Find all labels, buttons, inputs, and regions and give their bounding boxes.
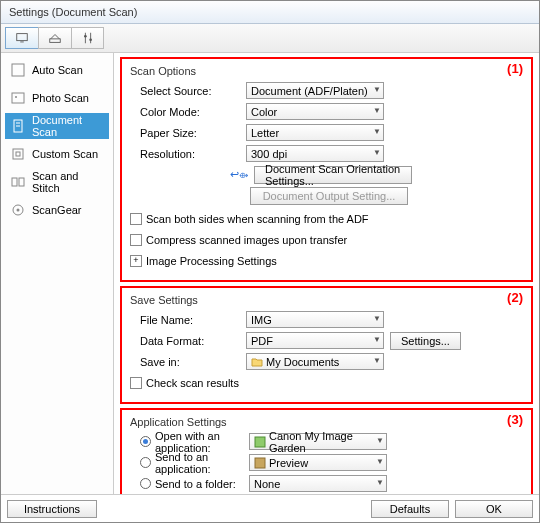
chevron-down-icon: ▼ <box>373 314 381 323</box>
scan-both-sides-label: Scan both sides when scanning from the A… <box>146 213 369 225</box>
svg-rect-16 <box>19 178 24 186</box>
chevron-down-icon: ▼ <box>373 127 381 136</box>
svg-rect-1 <box>20 42 24 43</box>
select-source-label: Select Source: <box>130 85 246 97</box>
sidebar-item-scan-and-stitch[interactable]: Scan and Stitch <box>5 169 109 195</box>
scan-stitch-icon <box>10 174 26 190</box>
sidebar-item-custom-scan[interactable]: Custom Scan <box>5 141 109 167</box>
chevron-down-icon: ▼ <box>376 436 384 445</box>
scanner-flatbed-icon <box>48 31 62 45</box>
output-setting-label: Document Output Setting... <box>263 190 396 202</box>
open-with-radio[interactable] <box>140 436 151 447</box>
file-name-field[interactable]: IMG ▼ <box>246 311 384 328</box>
sliders-icon <box>81 31 95 45</box>
footer: Instructions Defaults OK <box>1 494 539 522</box>
svg-rect-2 <box>50 39 61 43</box>
file-name-value: IMG <box>251 314 272 326</box>
send-app-value: Preview <box>269 457 308 469</box>
scan-options-title: Scan Options <box>130 65 523 77</box>
compress-label: Compress scanned images upon transfer <box>146 234 347 246</box>
save-settings-title: Save Settings <box>130 294 523 306</box>
data-format-label: Data Format: <box>130 335 246 347</box>
send-app-radio[interactable] <box>140 457 151 468</box>
toolbar-scan-from-computer[interactable] <box>5 27 38 49</box>
check-scan-results-checkbox[interactable] <box>130 377 142 389</box>
send-app-label: Send to an application: <box>155 451 249 475</box>
sidebar-item-label: ScanGear <box>32 204 82 216</box>
svg-rect-19 <box>255 437 265 447</box>
select-source-value: Document (ADF/Platen) <box>251 85 368 97</box>
resolution-value: 300 dpi <box>251 148 287 160</box>
sidebar-item-label: Scan and Stitch <box>32 170 104 194</box>
compress-checkbox[interactable] <box>130 234 142 246</box>
open-with-value: Canon My Image Garden <box>269 430 382 454</box>
toolbar-general-settings[interactable] <box>71 27 104 49</box>
send-app-dropdown[interactable]: Preview ▼ <box>249 454 387 471</box>
open-with-dropdown[interactable]: Canon My Image Garden ▼ <box>249 433 387 450</box>
sidebar-item-auto-scan[interactable]: Auto Scan <box>5 57 109 83</box>
orientation-settings-label: Document Scan Orientation Settings... <box>265 163 401 187</box>
resolution-dropdown[interactable]: 300 dpi ▼ <box>246 145 384 162</box>
check-scan-results-label: Check scan results <box>146 377 239 389</box>
save-in-label: Save in: <box>130 356 246 368</box>
chevron-down-icon: ▼ <box>373 148 381 157</box>
save-in-value: My Documents <box>266 356 339 368</box>
file-name-label: File Name: <box>130 314 246 326</box>
titlebar: Settings (Document Scan) <box>1 1 539 24</box>
send-folder-value: None <box>254 478 280 490</box>
svg-rect-8 <box>12 93 24 103</box>
image-processing-label: Image Processing Settings <box>146 255 277 267</box>
output-setting-button[interactable]: Document Output Setting... <box>250 187 408 205</box>
paper-size-label: Paper Size: <box>130 127 246 139</box>
photo-scan-icon <box>10 90 26 106</box>
send-folder-radio[interactable] <box>140 478 151 489</box>
ok-label: OK <box>486 503 502 515</box>
defaults-label: Defaults <box>390 503 430 515</box>
data-format-dropdown[interactable]: PDF ▼ <box>246 332 384 349</box>
chevron-down-icon: ▼ <box>373 356 381 365</box>
send-folder-label: Send to a folder: <box>155 478 249 490</box>
svg-rect-0 <box>17 34 28 41</box>
custom-scan-icon <box>10 146 26 162</box>
section-number-1: (1) <box>507 61 523 76</box>
auto-scan-icon <box>10 62 26 78</box>
select-source-dropdown[interactable]: Document (ADF/Platen) ▼ <box>246 82 384 99</box>
preview-icon <box>254 457 266 469</box>
svg-rect-15 <box>12 178 17 186</box>
save-in-dropdown[interactable]: My Documents ▼ <box>246 353 384 370</box>
svg-rect-7 <box>12 64 24 76</box>
color-mode-value: Color <box>251 106 277 118</box>
sidebar-item-label: Document Scan <box>32 114 104 138</box>
chevron-down-icon: ▼ <box>373 106 381 115</box>
data-format-settings-button[interactable]: Settings... <box>390 332 461 350</box>
svg-point-18 <box>17 209 20 212</box>
orientation-settings-button[interactable]: Document Scan Orientation Settings... <box>254 166 412 184</box>
sidebar-item-photo-scan[interactable]: Photo Scan <box>5 85 109 111</box>
folder-icon <box>251 356 263 368</box>
color-mode-label: Color Mode: <box>130 106 246 118</box>
paper-size-value: Letter <box>251 127 279 139</box>
attach-email-value: None (Attach Manually) <box>269 493 382 495</box>
chevron-down-icon: ▼ <box>376 457 384 466</box>
sidebar-item-scangear[interactable]: ScanGear <box>5 197 109 223</box>
send-folder-dropdown[interactable]: None ▼ <box>249 475 387 492</box>
instructions-button[interactable]: Instructions <box>7 500 97 518</box>
toolbar-scan-from-operation-panel[interactable] <box>38 27 71 49</box>
sidebar-item-document-scan[interactable]: Document Scan <box>5 113 109 139</box>
scan-both-sides-checkbox[interactable] <box>130 213 142 225</box>
defaults-button[interactable]: Defaults <box>371 500 449 518</box>
top-toolbar <box>1 24 539 53</box>
ok-button[interactable]: OK <box>455 500 533 518</box>
color-mode-dropdown[interactable]: Color ▼ <box>246 103 384 120</box>
paper-size-dropdown[interactable]: Letter ▼ <box>246 124 384 141</box>
body: Auto Scan Photo Scan Document Scan Custo… <box>1 53 539 494</box>
svg-point-9 <box>15 96 17 98</box>
sidebar-item-label: Photo Scan <box>32 92 89 104</box>
application-settings-section: (3) Application Settings Open with an ap… <box>120 408 533 494</box>
instructions-label: Instructions <box>24 503 80 515</box>
sidebar: Auto Scan Photo Scan Document Scan Custo… <box>1 53 114 494</box>
sidebar-item-label: Custom Scan <box>32 148 98 160</box>
svg-rect-14 <box>16 152 20 156</box>
scangear-icon <box>10 202 26 218</box>
expand-image-processing[interactable]: + <box>130 255 142 267</box>
